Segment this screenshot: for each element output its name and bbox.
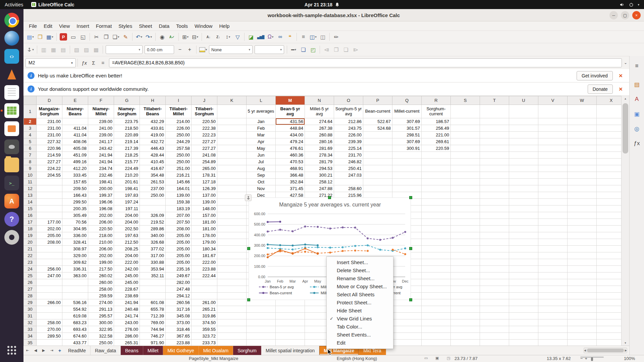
cell-D22[interactable] (37, 252, 62, 259)
cell-X29[interactable] (597, 299, 622, 306)
redo-button[interactable]: ↷▾ (144, 33, 153, 42)
cell-E18[interactable]: 304.95 (62, 226, 88, 232)
cell-G25[interactable]: 245.00 (114, 273, 140, 279)
chrome-launcher[interactable] (4, 13, 19, 27)
cell-W27[interactable] (568, 286, 597, 293)
cell-E33[interactable]: 693.43 (62, 326, 88, 333)
cell-V34[interactable] (538, 333, 568, 340)
cell-R12[interactable] (422, 185, 451, 192)
cell-V16[interactable] (538, 212, 568, 219)
border-width-input[interactable]: 0.00 cm (145, 45, 174, 54)
cell-U33[interactable] (509, 326, 538, 333)
row-header-21[interactable]: 21 (24, 246, 37, 252)
cell-K30[interactable] (217, 306, 247, 313)
cell-D20[interactable]: 208.00 (37, 239, 62, 246)
area-fill-color-button[interactable]: ▾ (199, 45, 208, 54)
cell-J23[interactable]: 222.00 (192, 259, 217, 266)
cell-X26[interactable] (597, 279, 622, 286)
cell-J14[interactable]: 139.00 (192, 199, 217, 205)
add-sheet-button[interactable]: + (56, 346, 64, 355)
cell-V17[interactable] (538, 219, 568, 226)
context-menu-item-move-or-copy-sheet[interactable]: Move or Copy Sheet... (327, 283, 393, 291)
cell-G23[interactable]: 222.00 (114, 259, 140, 266)
clock-button[interactable]: Apr 21 23:18 (305, 2, 339, 7)
row-header-14[interactable]: 14 (24, 199, 37, 205)
cell-R19[interactable] (422, 232, 451, 239)
menu-format[interactable]: Format (93, 22, 115, 29)
cell-G24[interactable]: 242.00 (114, 266, 140, 273)
row-header-4[interactable]: 4 (24, 132, 37, 138)
cell-H33[interactable]: 744.94 (140, 326, 166, 333)
cell-I4[interactable]: 250.00 (166, 132, 192, 138)
cell-H31[interactable]: 712.39 (140, 313, 166, 319)
paste-button[interactable]: ❏▾ (111, 33, 120, 42)
terminal-launcher[interactable] (4, 176, 19, 190)
cell-M3[interactable]: 448.84 (276, 125, 305, 132)
app-center-launcher[interactable] (4, 194, 19, 208)
find-and-replace-button[interactable]: ◉ (158, 33, 167, 42)
cell-V33[interactable] (538, 326, 568, 333)
cell-X24[interactable] (597, 266, 622, 273)
row-header-28[interactable]: 28 (24, 293, 37, 299)
cell-I23[interactable]: 205.00 (166, 259, 192, 266)
cell-J19[interactable]: 178.00 (192, 232, 217, 239)
cell-T19[interactable] (480, 232, 509, 239)
cell-G31[interactable]: 241.74 (114, 313, 140, 319)
cell-U23[interactable] (509, 259, 538, 266)
cell-T3[interactable] (480, 125, 509, 132)
cell-X23[interactable] (597, 259, 622, 266)
column-header-M[interactable]: M (276, 96, 305, 105)
cell-J34[interactable]: 323.72 (192, 333, 217, 340)
cell-T26[interactable] (480, 279, 509, 286)
cell-I25[interactable]: 249.67 (166, 273, 192, 279)
insert-hyperlink-button[interactable]: ∞ (276, 33, 285, 42)
cell-D6[interactable]: 220.96 (37, 145, 62, 152)
cell-L5[interactable]: Apr (247, 138, 276, 145)
cell-K35[interactable] (217, 340, 247, 346)
cell-S18[interactable] (451, 226, 480, 232)
cell-W2[interactable] (568, 118, 597, 125)
cell-Q12[interactable] (392, 185, 422, 192)
cell-R20[interactable] (422, 239, 451, 246)
cell-Q11[interactable] (392, 179, 422, 185)
navigator-icon[interactable]: ◎ (632, 124, 642, 134)
send-to-back-button[interactable]: ⧐ (351, 45, 360, 54)
cell-T10[interactable] (480, 172, 509, 179)
cell-L33[interactable] (247, 326, 276, 333)
cell-I32[interactable]: 373.00 (166, 319, 192, 326)
cell-F24[interactable]: 217.50 (88, 266, 114, 273)
help-launcher[interactable] (4, 212, 19, 227)
cell-X10[interactable] (597, 172, 622, 179)
context-menu-item-view-grid-lines[interactable]: ✓View Grid Lines (327, 315, 393, 323)
cell-F31[interactable]: 295.57 (88, 313, 114, 319)
cell-R28[interactable] (422, 293, 451, 299)
cell-T6[interactable] (480, 145, 509, 152)
cell-R10[interactable] (422, 172, 451, 179)
cell-O1[interactable]: Sorghum-5 yr avg (334, 105, 363, 118)
cell-T12[interactable] (480, 185, 509, 192)
cell-X25[interactable] (597, 273, 622, 279)
cell-D34[interactable]: 289.50 (37, 333, 62, 340)
column-header-U[interactable]: U (509, 96, 538, 105)
cell-J29[interactable]: 261.00 (192, 299, 217, 306)
cell-G17[interactable]: 204.00 (114, 219, 140, 226)
cell-E26[interactable] (62, 279, 88, 286)
cell-F9[interactable]: 234.74 (88, 165, 114, 172)
row-header-24[interactable]: 24 (24, 266, 37, 273)
cell-V2[interactable] (538, 118, 568, 125)
cell-W19[interactable] (568, 232, 597, 239)
cell-R6[interactable]: 220.59 (422, 145, 451, 152)
cell-V4[interactable] (538, 132, 568, 138)
cell-K13[interactable] (217, 192, 247, 199)
cell-I17[interactable]: 207.50 (166, 219, 192, 226)
cell-D25[interactable]: 247.00 (37, 273, 62, 279)
cell-M4[interactable]: 434.00 (276, 132, 305, 138)
row-header-6[interactable]: 6 (24, 145, 37, 152)
cell-E14[interactable]: 299.50 (62, 199, 88, 205)
cell-N7[interactable]: 278.34 (305, 152, 334, 159)
cell-J27[interactable] (192, 286, 217, 293)
cell-W18[interactable] (568, 226, 597, 232)
cell-H18[interactable]: 289.86 (140, 226, 166, 232)
cell-F1[interactable]: Niamey-Millet (88, 105, 114, 118)
cell-W31[interactable] (568, 313, 597, 319)
